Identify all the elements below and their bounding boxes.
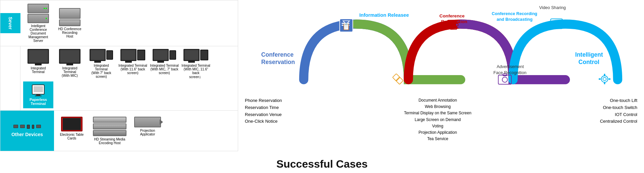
device-label: HD Conference RecordingHost xyxy=(55,27,84,38)
tablet-icon-small xyxy=(27,125,30,129)
server-label: Sever xyxy=(0,13,20,33)
device-label: Electronic Table Cards xyxy=(57,133,86,140)
paperless-terminal-item: Paperless Terminal xyxy=(23,81,53,108)
intelligent-control-features: One-touch Lift One-touch Switch IOT Cont… xyxy=(570,97,637,142)
svg-text:Reservation: Reservation xyxy=(441,19,467,24)
monitor-icon-small3 xyxy=(36,125,41,128)
device-label: Integrated Terminal(With MIC, 7" backscr… xyxy=(150,64,178,75)
svg-rect-3 xyxy=(35,96,42,96)
features-area: Phone Reservation Reservation Time Reser… xyxy=(245,97,637,142)
feature-item: Projection Application xyxy=(419,129,457,136)
terminal-items: IntegratedTerminal IntegratedTerminal(Wi… xyxy=(20,46,238,110)
svg-text:Conference Recording: Conference Recording xyxy=(492,11,537,16)
list-item: IntegratedTerminal xyxy=(23,48,53,74)
cases-title: Successful Cases xyxy=(0,158,644,170)
list-item: Integrated Terminal(With MIC, 7" backscr… xyxy=(149,48,179,75)
cases-section: Successful Cases xyxy=(0,151,644,173)
svg-rect-1 xyxy=(34,86,43,92)
monitor-mic-11-icon xyxy=(183,49,208,61)
monitor-back-icon xyxy=(90,49,113,61)
feature-item: Large Screen on Demand xyxy=(415,117,461,123)
other-devices-row: Other Devices Electronic Table Cards xyxy=(0,111,238,151)
svg-point-23 xyxy=(603,77,606,81)
svg-rect-24 xyxy=(604,74,605,76)
device-label: Projection Applicator xyxy=(133,129,162,136)
feature-item: Phone Reservation xyxy=(245,97,282,104)
feature-item: Reservation Venue xyxy=(245,111,282,118)
server-items: Intelligent ConferenceDocument Managemen… xyxy=(20,2,88,45)
svg-rect-25 xyxy=(604,82,605,84)
svg-text:Video Sharing: Video Sharing xyxy=(539,5,566,10)
monitor-mic-7-icon xyxy=(153,49,176,61)
server-shape-icon xyxy=(28,4,49,13)
svg-text:Advertisement: Advertisement xyxy=(497,65,524,69)
feature-item: One-touch Switch xyxy=(603,104,637,111)
paperless-terminal-icon xyxy=(32,84,45,96)
svg-rect-27 xyxy=(608,78,610,80)
feature-item: Tea Service xyxy=(427,136,448,142)
svg-point-16 xyxy=(502,77,507,82)
list-item: HD Streaming Media Encoding Host xyxy=(90,116,130,146)
monitor-icon xyxy=(28,49,49,64)
rack-shape-icon xyxy=(59,8,80,19)
feature-item: Document Annotation xyxy=(419,97,457,104)
encoding-host-icon xyxy=(93,117,126,136)
svg-text:Intelligent: Intelligent xyxy=(575,51,603,58)
feature-item: Voting xyxy=(432,123,443,129)
terminal-label-spacer xyxy=(0,46,20,110)
list-item: Electronic Table Cards xyxy=(57,116,87,141)
list-item: Projection Applicator xyxy=(132,116,163,137)
device-label: Intelligent ConferenceDocument Managemen… xyxy=(24,24,53,43)
svg-text:Control: Control xyxy=(579,59,599,65)
feature-item: IOT Control xyxy=(615,111,637,118)
list-item: Integrated Terminal(With MIC, 11.6" back… xyxy=(181,48,211,80)
server-shape-icon2 xyxy=(28,14,49,23)
feature-item: Reservation Time xyxy=(245,104,279,111)
conf-reservation-features: Phone Reservation Reservation Time Reser… xyxy=(245,97,305,142)
other-devices-items: Electronic Table Cards HD Streaming Medi… xyxy=(54,114,165,148)
svg-text:and Broadcasting: and Broadcasting xyxy=(497,17,533,22)
device-label: Integrated Terminal(With 11.6" backscree… xyxy=(118,64,147,75)
terminal-row: IntegratedTerminal IntegratedTerminal(Wi… xyxy=(0,46,238,111)
device-label: Integrated Terminal(With MIC, 11.6" back… xyxy=(181,64,210,79)
left-panel: Sever Intelligent ConferenceDocument Man… xyxy=(0,0,238,151)
feature-item: Web Browsing xyxy=(425,104,450,110)
rack-shape-icon2 xyxy=(59,19,80,26)
svg-rect-26 xyxy=(599,78,601,80)
diagram-wrapper: 📋 xyxy=(245,3,637,94)
projector-icon xyxy=(134,117,161,127)
screen-red-icon xyxy=(61,117,83,131)
other-devices-icons xyxy=(13,124,41,129)
device-label: IntegratedTerminal(With MIC) xyxy=(62,66,78,77)
top-section: Sever Intelligent ConferenceDocument Man… xyxy=(0,0,644,151)
svg-text:Information Releasee: Information Releasee xyxy=(359,12,409,18)
feature-item: One-touch Lift xyxy=(610,97,637,104)
svg-text:📋: 📋 xyxy=(342,22,351,31)
server-row: Sever Intelligent ConferenceDocument Man… xyxy=(0,0,238,46)
monitor-icon-small2 xyxy=(20,125,25,128)
list-item: IntegratedTerminal(With 7" backscreen) xyxy=(86,48,116,79)
list-item: IntegratedTerminal(With MIC) xyxy=(55,48,85,78)
other-devices-text: Other Devices xyxy=(11,132,43,137)
svg-text:Conference: Conference xyxy=(439,13,465,18)
svg-text:Reservation: Reservation xyxy=(261,59,295,65)
feature-item: Centralized Control xyxy=(600,118,637,125)
svg-point-22 xyxy=(601,76,608,82)
svg-rect-2 xyxy=(36,94,40,96)
phone-icon-small xyxy=(32,125,34,129)
spacer2 xyxy=(475,97,570,142)
monitor-11-back-icon xyxy=(120,49,145,61)
svg-text:Conference: Conference xyxy=(261,51,294,58)
monitor-mic-icon xyxy=(59,49,80,64)
monitor-icon-small xyxy=(13,125,18,128)
list-item: HD Conference RecordingHost xyxy=(55,7,85,39)
device-label: HD Streaming Media Encoding Host xyxy=(90,137,129,145)
list-item: Intelligent ConferenceDocument Managemen… xyxy=(23,3,53,43)
list-item: Integrated Terminal(With 11.6" backscree… xyxy=(118,48,148,75)
right-panel: 📋 xyxy=(238,0,644,151)
device-label: IntegratedTerminal xyxy=(31,66,46,74)
device-label: IntegratedTerminal(With 7" backscreen) xyxy=(91,64,111,78)
paperless-label: Paperless Terminal xyxy=(24,98,52,106)
spacer xyxy=(305,97,401,142)
conf-res-center-features: Document Annotation Web Browsing Termina… xyxy=(401,97,475,142)
